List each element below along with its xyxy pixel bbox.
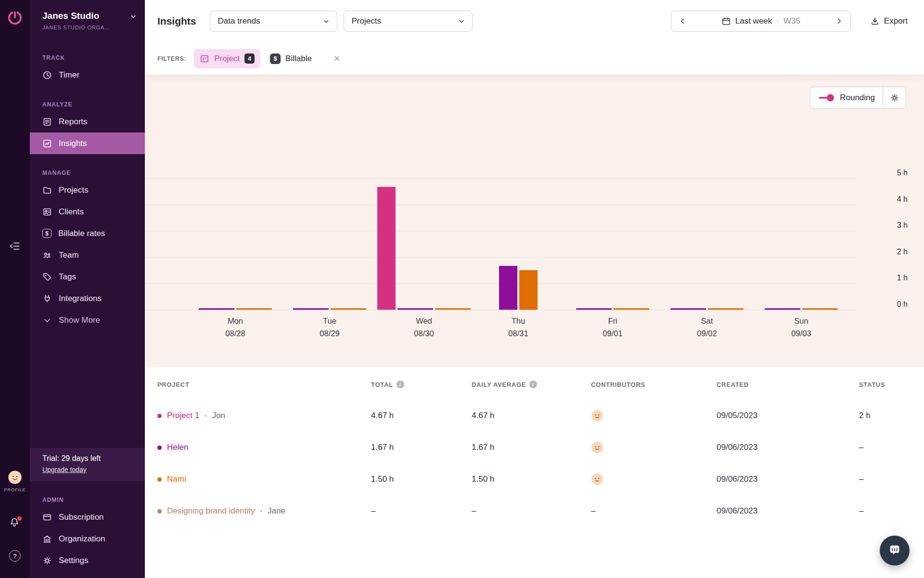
main-content: Insights Data trends Projects bbox=[145, 0, 924, 578]
toggle-on-icon bbox=[818, 93, 834, 102]
trial-banner: Trial: 29 days left Upgrade today bbox=[30, 448, 145, 481]
project-board-icon bbox=[200, 54, 209, 64]
page-title: Insights bbox=[157, 15, 196, 27]
project-color-dot bbox=[157, 414, 162, 418]
date-next-button[interactable] bbox=[827, 11, 850, 31]
bar-nami[interactable] bbox=[331, 308, 366, 310]
contributors-cell bbox=[591, 441, 717, 454]
contributor-avatar bbox=[591, 409, 717, 422]
section-label-track: TRACK bbox=[42, 54, 145, 61]
bar-helen[interactable] bbox=[670, 308, 706, 310]
sidebar-item-projects[interactable]: Projects bbox=[30, 179, 145, 201]
upgrade-link[interactable]: Upgrade today bbox=[42, 466, 87, 473]
y-tick-label: 4 h bbox=[897, 195, 908, 203]
x-axis-label: Sat09/02 bbox=[660, 315, 754, 340]
notification-dot bbox=[17, 516, 22, 521]
rounding-control: Rounding bbox=[810, 87, 906, 109]
topbar: Insights Data trends Projects bbox=[145, 0, 924, 42]
created-cell: 09/06/2023 bbox=[717, 506, 859, 516]
y-tick-label: 3 h bbox=[897, 221, 908, 230]
daily-average-cell: 1.50 h bbox=[472, 474, 591, 484]
bar-helen[interactable] bbox=[199, 308, 234, 310]
bar-helen[interactable] bbox=[765, 308, 800, 310]
bar-nami[interactable] bbox=[708, 308, 744, 310]
sidebar-item-reports[interactable]: Reports bbox=[30, 111, 145, 132]
y-tick-label: 5 h bbox=[897, 169, 908, 177]
bar-nami[interactable] bbox=[802, 308, 838, 310]
table-row: Helen • 1.67 h 1.67 h 09/06/2023 – bbox=[145, 432, 924, 463]
date-range-week: W35 bbox=[783, 16, 800, 26]
rounding-toggle[interactable]: Rounding bbox=[810, 93, 883, 103]
sidebar-item-billable-rates[interactable]: $ Billable rates bbox=[30, 223, 145, 244]
clear-filters-icon[interactable]: × bbox=[334, 53, 340, 64]
project-name-link[interactable]: Helen bbox=[167, 443, 188, 452]
status-cell: – bbox=[859, 443, 924, 452]
created-cell: 09/06/2023 bbox=[717, 443, 859, 452]
insights-icon bbox=[42, 139, 52, 148]
sidebar-item-insights[interactable]: Insights bbox=[30, 132, 145, 154]
info-icon[interactable]: i bbox=[397, 381, 404, 388]
bar-nami[interactable] bbox=[519, 270, 538, 310]
sidebar-item-subscription[interactable]: Subscription bbox=[30, 506, 145, 528]
sidebar-item-integrations[interactable]: Integrations bbox=[30, 288, 145, 309]
rounding-settings-button[interactable] bbox=[883, 87, 906, 108]
bar-project-1[interactable] bbox=[377, 187, 396, 310]
bar-nami[interactable] bbox=[614, 308, 649, 310]
chart-day-column bbox=[565, 178, 660, 310]
trial-days-left: Trial: 29 days left bbox=[42, 454, 132, 463]
date-prev-button[interactable] bbox=[671, 11, 694, 31]
chat-widget-button[interactable] bbox=[880, 536, 910, 565]
sidebar-item-timer[interactable]: Timer bbox=[30, 64, 145, 86]
column-header-daily-average: DAILY AVERAGEi bbox=[472, 381, 591, 388]
credit-card-icon bbox=[42, 512, 52, 522]
date-range-picker: Last week · W35 bbox=[671, 11, 851, 32]
integrations-plug-icon bbox=[42, 294, 52, 303]
filter-chip-project[interactable]: Project 4 bbox=[194, 49, 260, 68]
table-header: PROJECT TOTALi DAILY AVERAGEi CONTRIBUTO… bbox=[145, 367, 924, 400]
section-label-manage: MANAGE bbox=[42, 170, 145, 176]
export-button[interactable]: Export bbox=[870, 16, 908, 26]
table-row: Designing brand identity • Jane – – – 09… bbox=[145, 495, 924, 527]
daily-average-cell: – bbox=[472, 506, 591, 516]
dollar-icon: $ bbox=[42, 229, 51, 238]
sidebar-item-show-more[interactable]: Show More bbox=[30, 309, 145, 331]
chart-yaxis: 5 h4 h3 h2 h1 h0 h bbox=[869, 178, 908, 310]
chart-day-column bbox=[754, 178, 848, 310]
chart-section: Rounding 5 h4 h3 h2 h1 h0 h Mon08/28Tue0… bbox=[145, 75, 924, 367]
project-name-link[interactable]: Nami bbox=[167, 474, 186, 484]
grouping-dropdown[interactable]: Projects bbox=[344, 11, 473, 32]
project-color-dot bbox=[157, 509, 162, 513]
contributors-cell bbox=[591, 409, 717, 422]
sidebar-item-tags[interactable]: Tags bbox=[30, 266, 145, 288]
sidebar-item-clients[interactable]: Clients bbox=[30, 201, 145, 223]
bar-helen[interactable] bbox=[398, 308, 433, 310]
x-axis-label: Wed08/30 bbox=[377, 315, 471, 340]
contributors-cell bbox=[591, 473, 717, 486]
project-name-link[interactable]: Designing brand identity bbox=[167, 506, 255, 516]
row-member: Jane bbox=[268, 506, 285, 516]
bar-nami[interactable] bbox=[236, 308, 272, 310]
date-range-button[interactable]: Last week · W35 bbox=[694, 16, 827, 26]
view-type-dropdown[interactable]: Data trends bbox=[210, 11, 337, 32]
organization-name: JANES STUDIO ORGA… bbox=[42, 25, 124, 30]
profile-button[interactable]: PROFILE bbox=[0, 470, 30, 492]
bar-helen[interactable] bbox=[576, 308, 612, 310]
workspace-switcher[interactable]: Janes Studio JANES STUDIO ORGA… bbox=[30, 0, 145, 39]
table-row: Nami • 1.50 h 1.50 h 09/06/2023 – bbox=[145, 463, 924, 495]
project-name-link[interactable]: Project 1 bbox=[167, 411, 199, 420]
status-cell: – bbox=[859, 506, 924, 516]
app-logo-icon[interactable] bbox=[7, 10, 23, 26]
chart-day-column bbox=[188, 178, 282, 310]
sidebar-item-organization[interactable]: Organization bbox=[30, 528, 145, 550]
sidebar-collapse-icon[interactable] bbox=[9, 240, 21, 252]
bar-helen[interactable] bbox=[499, 266, 517, 310]
notifications-bell-icon[interactable] bbox=[9, 516, 21, 529]
info-icon[interactable]: i bbox=[529, 381, 537, 388]
bar-nami[interactable] bbox=[435, 308, 471, 310]
sidebar-item-team[interactable]: Team bbox=[30, 244, 145, 266]
help-icon[interactable]: ? bbox=[9, 550, 21, 562]
sidebar-item-settings[interactable]: Settings bbox=[30, 550, 145, 571]
chart-days bbox=[188, 178, 848, 310]
filter-chip-billable[interactable]: $ Billable bbox=[264, 49, 318, 68]
bar-helen[interactable] bbox=[293, 308, 329, 310]
